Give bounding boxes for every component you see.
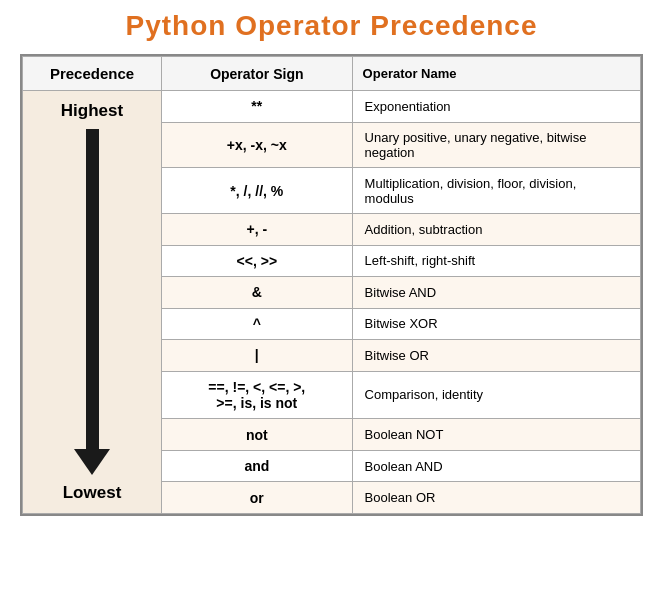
operator-name-cell: Unary positive, unary negative, bitwise … xyxy=(352,122,640,168)
arrow-shaft-container xyxy=(74,129,110,475)
operator-sign-cell: & xyxy=(162,277,353,309)
operator-name-cell: Boolean NOT xyxy=(352,419,640,451)
page-title: Python Operator Precedence xyxy=(126,10,538,42)
header-operator-sign: Operator Sign xyxy=(162,57,353,91)
main-table-wrap: Precedence Operator Sign Operator Name H… xyxy=(20,54,643,516)
operator-name-cell: Multiplication, division, floor, divisio… xyxy=(352,168,640,214)
operator-name-cell: Comparison, identity xyxy=(352,371,640,419)
operator-name-cell: Bitwise AND xyxy=(352,277,640,309)
operator-sign-cell: ==, !=, <, <=, >,>=, is, is not xyxy=(162,371,353,419)
operator-name-cell: Boolean AND xyxy=(352,450,640,482)
operator-name-cell: Addition, subtraction xyxy=(352,214,640,246)
operator-sign-cell: ^ xyxy=(162,308,353,340)
operator-name-cell: Exponentiation xyxy=(352,91,640,123)
operator-sign-cell: +, - xyxy=(162,214,353,246)
header-precedence: Precedence xyxy=(23,57,162,91)
table-row: Highest Lowest **Exponentiation xyxy=(23,91,641,123)
operator-sign-cell: and xyxy=(162,450,353,482)
operator-sign-cell: <<, >> xyxy=(162,245,353,277)
operator-name-cell: Bitwise OR xyxy=(352,340,640,372)
table-header-row: Precedence Operator Sign Operator Name xyxy=(23,57,641,91)
operator-name-cell: Bitwise XOR xyxy=(352,308,640,340)
operator-name-cell: Left-shift, right-shift xyxy=(352,245,640,277)
operator-sign-cell: *, /, //, % xyxy=(162,168,353,214)
precedence-table: Precedence Operator Sign Operator Name H… xyxy=(22,56,641,514)
lowest-label: Lowest xyxy=(63,475,122,503)
operator-sign-cell: | xyxy=(162,340,353,372)
operator-sign-cell: or xyxy=(162,482,353,514)
operator-name-cell: Boolean OR xyxy=(352,482,640,514)
arrow-shaft xyxy=(86,129,99,449)
highest-label: Highest xyxy=(61,101,123,129)
operator-sign-cell: ** xyxy=(162,91,353,123)
operator-sign-cell: +x, -x, ~x xyxy=(162,122,353,168)
header-operator-name: Operator Name xyxy=(352,57,640,91)
arrow-head-icon xyxy=(74,449,110,475)
precedence-column: Highest Lowest xyxy=(23,91,162,514)
operator-sign-cell: not xyxy=(162,419,353,451)
